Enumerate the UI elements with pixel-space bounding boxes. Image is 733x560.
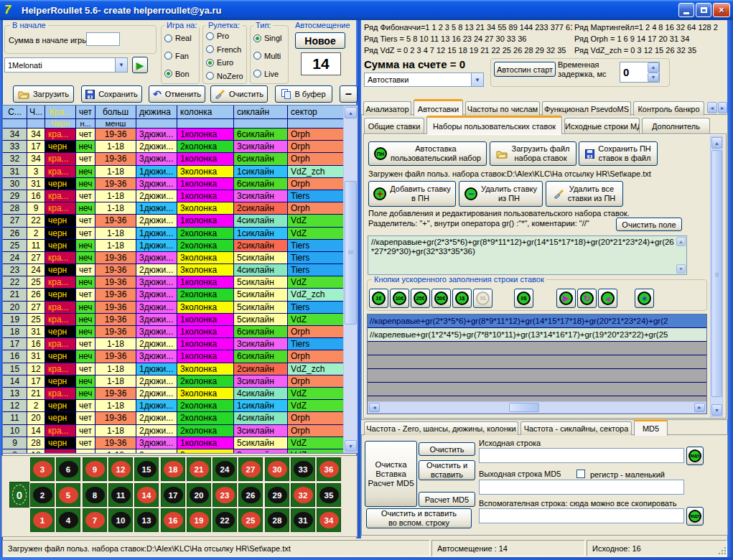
radio-icon[interactable] (164, 34, 172, 42)
quick-bet-0$-button[interactable]: 0$ (514, 289, 533, 308)
board-cell-21[interactable]: 21 (187, 457, 211, 481)
board-cell-5[interactable]: 5 (56, 483, 80, 507)
bet-list-item[interactable]: //кареправые+gr(2*3*5*6)+gr(8*9*11*12)+g… (368, 314, 706, 328)
board-cell-15[interactable]: 15 (134, 457, 159, 481)
table-row[interactable]: 2324чернчет19-362дюжи...3колонка4сиклайн… (3, 264, 358, 276)
board-cell-4[interactable]: 4 (56, 508, 80, 532)
scrollbar-thumb[interactable] (345, 181, 357, 325)
table-row[interactable]: 1417черннеч1-182дюжи...2колонка3сиклайнO… (3, 375, 358, 388)
md5-aux-input[interactable] (479, 508, 684, 523)
radio-option-Fan[interactable]: Fan (164, 52, 197, 60)
board-cell-25[interactable]: 25 (238, 508, 263, 532)
table-row[interactable]: 1831черннеч19-363дюжи...1колонка6сиклайн… (3, 326, 358, 338)
radio-icon[interactable] (206, 72, 214, 80)
quick-refresh-button[interactable]: ↻ (577, 289, 597, 308)
board-cell-35[interactable]: 35 (317, 483, 341, 507)
tab-scroll-right-icon[interactable]: ► (718, 102, 728, 113)
edit-set-button-2[interactable]: Удалить всеставки из ПН (546, 181, 623, 207)
table-row[interactable]: 122чернчет1-181дюжи...2колонка1сиклайнVd… (3, 400, 358, 412)
scroll-down-icon[interactable]: ▼ (676, 264, 686, 274)
user-bets-scrollbar[interactable]: ▲ ▼ (710, 136, 723, 417)
table-row[interactable]: 1716кра...чет1-182дюжи...1колонка3сиклай… (3, 338, 358, 350)
radio-option-Multi[interactable]: Multi (253, 52, 286, 60)
tab-md5-0[interactable]: Частота - Zero, шансы, дюжины, колонки (364, 421, 518, 435)
tab-scroll-left-icon[interactable]: ◄ (707, 102, 717, 113)
toolbar-minus-button[interactable]: – (340, 85, 358, 103)
table-row[interactable]: 2225кра...неч19-363дюжи...1колонка5сикла… (3, 276, 358, 289)
tab-sub-2[interactable]: Исходные строки МД5 (564, 118, 640, 134)
scroll-down-icon[interactable]: ▼ (345, 440, 357, 452)
table-row[interactable]: 2916кра...чет1-182дюжи...1колонка3сиклай… (3, 190, 358, 202)
board-cell-12[interactable]: 12 (108, 457, 133, 481)
board-cell-7[interactable]: 7 (83, 508, 107, 532)
radio-icon[interactable] (253, 52, 261, 60)
radio-icon[interactable] (206, 32, 214, 40)
md5-output-input[interactable] (479, 480, 684, 495)
board-cell-26[interactable]: 26 (238, 483, 263, 507)
radio-option-Real[interactable]: Real (164, 34, 197, 42)
board-cell-36[interactable]: 36 (317, 457, 341, 481)
board-cell-31[interactable]: 31 (291, 508, 315, 532)
spinner-down-icon[interactable]: ▼ (648, 73, 659, 83)
board-cell-8[interactable]: 8 (83, 483, 107, 507)
quick-play-button[interactable]: ▶ (556, 289, 576, 308)
bet-list-empty-row[interactable] (368, 355, 706, 369)
spinner-up-icon[interactable]: ▲ (648, 62, 659, 73)
toolbar-save-button[interactable]: Сохранить (81, 85, 142, 103)
quick-bet-25€-button[interactable]: 25€ (411, 289, 430, 308)
radio-option-Pro[interactable]: Pro (206, 32, 245, 40)
table-row[interactable]: 3434кра...чет19-363дюжи...1колонка6сикла… (3, 129, 358, 141)
board-cell-11[interactable]: 11 (108, 483, 133, 507)
toolbar-clear-button[interactable]: Очистить (210, 85, 268, 103)
board-cell-34[interactable]: 34 (317, 508, 341, 532)
board-cell-6[interactable]: 6 (56, 457, 80, 481)
board-cell-1[interactable]: 1 (30, 508, 55, 532)
chevron-down-icon[interactable]: ▼ (471, 73, 483, 86)
quick-dice-button[interactable]: ∗ (635, 289, 654, 308)
bet-list-hscrollbar[interactable]: ◄ ► (368, 401, 706, 414)
board-cell-33[interactable]: 33 (291, 457, 315, 481)
board-cell-23[interactable]: 23 (213, 483, 237, 507)
toolbar-undo-button[interactable]: ↶Отменить (149, 85, 205, 103)
board-cell-10[interactable]: 10 (108, 508, 133, 532)
tab-sub-1[interactable]: Наборы пользовательских ставок (426, 116, 562, 134)
bet-list[interactable]: //кареправые+gr(2*3*5*6)+gr(8*9*11*12)+g… (367, 314, 707, 414)
board-cell-30[interactable]: 30 (265, 457, 289, 481)
table-header-row-2[interactable]: Чернн...менш (3, 119, 358, 129)
bet-list-empty-row[interactable] (368, 383, 706, 396)
table-row[interactable]: 313кра...неч1-181дюжи...3колонка1сиклайн… (3, 166, 358, 178)
tab-main-1[interactable]: Автоставки (414, 99, 463, 116)
table-row[interactable]: 928чернчет19-363дюжи...1колонка5сиклайнV… (3, 437, 358, 449)
table-row[interactable]: 2511черннеч1-181дюжи...2колонка2сиклайнT… (3, 240, 358, 252)
scroll-down-icon[interactable]: ▼ (711, 404, 722, 416)
board-cell-29[interactable]: 29 (265, 483, 289, 507)
chevron-down-icon[interactable]: ▼ (115, 58, 127, 72)
board-cell-3[interactable]: 3 (30, 457, 55, 481)
tab-md5-1[interactable]: Частота - сиклайны, сектора (520, 421, 632, 435)
minimize-button[interactable] (678, 3, 694, 17)
board-cell-22[interactable]: 22 (213, 508, 237, 532)
toolbar-load-button[interactable]: Загрузить (13, 85, 74, 103)
clear-field-button[interactable]: Очистить поле (616, 218, 682, 231)
resize-grip[interactable] (719, 547, 727, 556)
board-cell-27[interactable]: 27 (238, 457, 263, 481)
table-row[interactable]: 2027кра...неч19-363дюжи...3колонка5сикла… (3, 302, 358, 314)
radio-icon[interactable] (206, 45, 214, 53)
table-row[interactable]: 1014кра...чет1-182дюжи...2колонка3сиклай… (3, 425, 358, 437)
board-cell-17[interactable]: 17 (161, 483, 185, 507)
board-cell-24[interactable]: 24 (213, 457, 237, 481)
tab-sub-0[interactable]: Общие ставки (364, 118, 424, 134)
table-row[interactable]: 3031черннеч19-363дюжи...1колонка6сиклайн… (3, 178, 358, 190)
table-row[interactable]: 818кра...чет1-182дюжи...3колонка3сиклайн… (3, 449, 358, 454)
table-row[interactable]: 2427кра...неч19-363дюжи...3колонка5сикла… (3, 252, 358, 264)
table-row[interactable]: 1321кра...неч19-362дюжи...3колонка4сикла… (3, 388, 358, 400)
quick-bet-10€-button[interactable]: 10€ (390, 289, 409, 308)
quick-back-arrow-button[interactable]: ◄ (598, 289, 617, 308)
table-row[interactable]: 1120чернчет19-362дюжи...2колонка4сиклайн… (3, 412, 358, 424)
table-row[interactable]: 289кра...неч1-181дюжи...3колонка2сиклайн… (3, 202, 358, 215)
md5-clear-and-paste-button[interactable]: Очистить ивставить (419, 460, 475, 480)
board-cell-2[interactable]: 2 (30, 483, 55, 507)
tab-main-2[interactable]: Частоты по числам (465, 101, 540, 116)
scroll-up-icon[interactable]: ▲ (711, 137, 722, 149)
table-row[interactable]: 3234кра...чет19-363дюжи...1колонка6сикла… (3, 153, 358, 165)
